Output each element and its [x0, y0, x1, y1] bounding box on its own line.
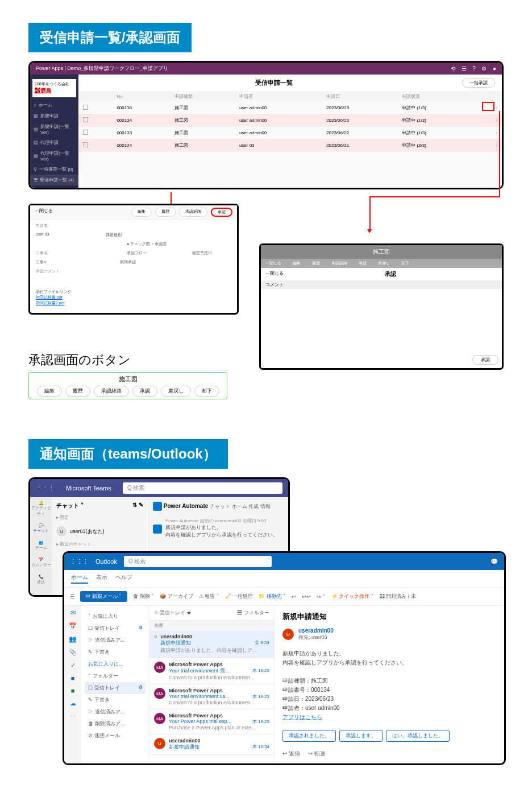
- message-item[interactable]: MA Microsoft Power AppsYour Power Apps t…: [149, 709, 274, 734]
- tab-approve[interactable]: 承認: [211, 208, 232, 217]
- chat-icon[interactable]: 💬: [491, 558, 498, 565]
- reject-button[interactable]: 却下: [194, 386, 219, 397]
- folder-sent2[interactable]: ▷ 送信済みア...: [85, 706, 146, 718]
- rail-activity[interactable]: 🔔アクティビティ: [30, 501, 52, 517]
- tab-history[interactable]: 履歴: [155, 208, 176, 217]
- rail-teams[interactable]: 👥チーム: [30, 540, 52, 551]
- filter-button[interactable]: ☰ フィルター: [237, 609, 269, 617]
- checkbox[interactable]: [83, 142, 88, 147]
- icon1[interactable]: ⟲: [451, 65, 455, 72]
- folder-junk[interactable]: ⊘ 迷惑メール: [85, 730, 146, 742]
- excel-icon[interactable]: ■: [64, 687, 81, 694]
- tab-home[interactable]: ホーム: [71, 573, 88, 584]
- help-icon[interactable]: ?: [472, 65, 476, 72]
- word-icon[interactable]: ■: [64, 675, 81, 682]
- favorites-header[interactable]: ˅ お気に入り: [85, 610, 146, 622]
- waffle-icon[interactable]: ⋮⋮⋮: [36, 485, 55, 492]
- nav-inbox[interactable]: ☰受信申請一覧 (4): [30, 175, 78, 185]
- tab-view[interactable]: 表示: [96, 573, 107, 584]
- message-item[interactable]: ○ useradmin00新規申請通知金 9:54新規申請がありました。内容を確…: [149, 630, 274, 658]
- mail-icon[interactable]: ✉: [64, 609, 81, 617]
- radio-approve[interactable]: 承認図: [155, 242, 167, 246]
- nav-new-list[interactable]: ▤新規申請(一覧Ver): [30, 121, 78, 137]
- table-row[interactable]: 000134施工図user admin002023/06/23申請中 (1/3)…: [78, 114, 502, 127]
- folders-header[interactable]: ˅ フォルダー: [85, 670, 146, 682]
- teams-search[interactable]: Q 検索: [123, 482, 282, 494]
- new-mail-button[interactable]: ✉ 新規メール ˅: [80, 591, 127, 602]
- route-button[interactable]: 承認経路: [94, 386, 129, 397]
- app-link[interactable]: アプリはこちら: [282, 714, 322, 720]
- comment-area[interactable]: [261, 289, 502, 352]
- folder-inbox[interactable]: ☐ 受信トレイ8: [85, 622, 146, 634]
- delete-button[interactable]: 🗑 削除 ˅: [133, 593, 154, 600]
- radio-check[interactable]: チェック図: [130, 242, 150, 246]
- todo-icon[interactable]: ✓: [64, 662, 81, 669]
- sweep-button[interactable]: 🧹 一括処理: [225, 593, 253, 600]
- calendar-icon[interactable]: 📅: [64, 622, 81, 630]
- suggested-reply[interactable]: 承認します。: [339, 730, 383, 742]
- file-link[interactable]: 初回試験書.pdf: [36, 295, 231, 300]
- close-button[interactable]: ←閉じる: [265, 270, 284, 278]
- forward-button[interactable]: ↪ 転送: [308, 750, 326, 758]
- message-item[interactable]: MA Microsoft Power AppsYour trial enviro…: [149, 684, 274, 709]
- history-button[interactable]: 履歴: [65, 386, 90, 397]
- folder-inbox2[interactable]: ☐ 受信トレイ8: [85, 682, 146, 694]
- nav-proxy[interactable]: ▤代理申請: [30, 137, 78, 148]
- forward-icon[interactable]: ↪ ˅: [317, 594, 326, 600]
- suggested-reply[interactable]: 承認されました。: [282, 730, 336, 742]
- edit-button[interactable]: 編集: [37, 386, 62, 397]
- user-icon[interactable]: ●: [493, 65, 496, 72]
- tab-edit[interactable]: 編集: [131, 208, 152, 217]
- attach-icon[interactable]: 📎: [64, 649, 81, 656]
- message-item[interactable]: MA Microsoft Power AppsYour trial enviro…: [149, 658, 274, 684]
- checkbox[interactable]: [83, 105, 88, 110]
- waffle-icon[interactable]: ⋮⋮⋮: [70, 558, 89, 565]
- add-favorite[interactable]: お気に入りに...: [85, 658, 146, 670]
- chevron-right-icon[interactable]: ›: [477, 114, 502, 127]
- onedrive-icon[interactable]: ☁: [64, 700, 81, 707]
- report-button[interactable]: ⚠ 報告 ˅: [199, 593, 219, 600]
- bulk-approve-button[interactable]: 一括承認: [462, 78, 495, 88]
- tab-help[interactable]: ヘルプ: [115, 573, 132, 584]
- outlook-search[interactable]: Q 検索: [124, 556, 272, 567]
- rail-calls[interactable]: 📞通話: [30, 575, 52, 585]
- checkbox[interactable]: [83, 117, 88, 122]
- chevron-right-icon[interactable]: ›: [477, 127, 502, 139]
- move-button[interactable]: 📁 移動先 ˅: [259, 593, 286, 600]
- table-row[interactable]: 000133施工図user admin002023/06/22申請中 (1/3)…: [78, 127, 502, 139]
- nav-draft[interactable]: ⚲一時保存一覧 (0): [30, 164, 78, 175]
- menu-icon[interactable]: ☰: [70, 594, 74, 600]
- reply-icon[interactable]: ↩: [292, 594, 296, 600]
- archive-button[interactable]: 📦 アーカイブ: [160, 593, 193, 600]
- replyall-icon[interactable]: ↩↩: [302, 594, 311, 600]
- file-link[interactable]: 初回試験書2.pdf: [36, 300, 231, 306]
- read-button[interactable]: ☷ 開封済み / 未: [380, 593, 416, 600]
- select-circle[interactable]: ○: [154, 634, 157, 654]
- chevron-right-icon[interactable]: ›: [477, 139, 502, 152]
- rail-chat[interactable]: 💬チャット: [30, 523, 52, 534]
- gear-icon[interactable]: ⚙: [481, 65, 487, 72]
- quick-button[interactable]: ⚡ クイック操作 ˅: [331, 593, 374, 600]
- filter-icon[interactable]: ⇅ ✎: [132, 502, 143, 510]
- icon2[interactable]: ☰: [462, 65, 467, 72]
- rail-calendar[interactable]: 📅カレンダー: [30, 558, 52, 568]
- folder-deleted[interactable]: 🗑 削除済みア...: [85, 718, 146, 730]
- folder-draft[interactable]: ✎ 下書き: [85, 646, 146, 658]
- chat-user[interactable]: Uuser03(あなた): [56, 526, 143, 536]
- nav-home[interactable]: ⌂ホーム: [30, 100, 78, 110]
- nav-proxy-list[interactable]: ▤代理申請(一覧Ver): [30, 148, 78, 164]
- folder-draft2[interactable]: ✎ 下書き: [85, 694, 146, 706]
- message-item[interactable]: U useradmin00新規申請通知木 15:34: [149, 734, 274, 755]
- table-row[interactable]: 000124施工図user 032023/06/21申請中 (2/3)›: [78, 139, 502, 152]
- checkbox[interactable]: [83, 130, 88, 135]
- close-button[interactable]: ←閉じる: [35, 208, 53, 217]
- approve-button[interactable]: 承認: [472, 355, 498, 365]
- tab-route[interactable]: 承認経路: [179, 208, 207, 217]
- reply-button[interactable]: ↩ 返信: [282, 750, 300, 758]
- nav-new[interactable]: ▤新規申請: [30, 110, 78, 121]
- table-row[interactable]: 000136施工図user admin002023/06/25申請中 (1/3)…: [78, 102, 502, 114]
- people-icon[interactable]: 👥: [64, 635, 81, 643]
- folder-sent[interactable]: ▷ 送信済みア...: [85, 634, 146, 646]
- return-button[interactable]: 差戻し: [161, 386, 191, 397]
- pa-tabs[interactable]: チャット ホーム 作成 情報: [210, 503, 271, 509]
